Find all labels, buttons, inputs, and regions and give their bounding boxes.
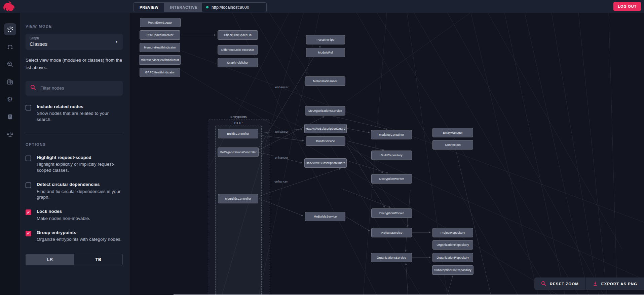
rail-item-gear[interactable]: ⚙ — [4, 93, 16, 105]
option-highlight-request-scoped: Highlight request-scopedHighlight explic… — [26, 155, 123, 173]
graph-node-projectsservice[interactable]: ProjectsService — [371, 228, 412, 237]
graph-select-value: Classes — [30, 41, 119, 47]
graph-node-meorganizationscontroller[interactable]: MeOrganizationsController — [218, 148, 259, 157]
reset-zoom-button[interactable]: RESET ZOOM — [534, 277, 585, 290]
graph-select-label: Graph — [30, 36, 119, 40]
option-include-related-nodes-description: Show nodes that are related to your sear… — [37, 110, 123, 123]
graph-node-memoryhealthindicator[interactable]: MemoryHealthIndicator — [140, 43, 180, 52]
download-icon — [593, 281, 598, 287]
chevron-down-icon: ▼ — [115, 40, 118, 43]
url-bar[interactable]: http://localhost:8000 — [202, 2, 267, 12]
option-highlight-request-scoped-text: Highlight request-scopedHighlight explic… — [37, 155, 123, 173]
graph-node-meorganizationsservice[interactable]: MeOrganizationsService — [305, 106, 345, 116]
graph-node-parseintpipe[interactable]: ParseIntPipe — [306, 35, 345, 44]
graph-node-entitymanager[interactable]: EntityManager — [432, 128, 473, 137]
search-insights-icon — [7, 61, 13, 68]
option-group-entrypoints-checkbox[interactable]: ✓ — [26, 231, 31, 236]
sidebar-panel: VIEW MODE Graph Classes ▼ Select view mo… — [20, 13, 130, 295]
search-icon — [30, 85, 36, 92]
reset-zoom-icon — [541, 281, 546, 287]
graph-node-grpchealthindicator[interactable]: GRPCHealthIndicator — [140, 68, 180, 77]
option-include-related-nodes-text: Include related nodesShow nodes that are… — [37, 104, 123, 123]
reset-zoom-label: RESET ZOOM — [550, 282, 579, 286]
graph-node-connection[interactable]: Connection — [432, 140, 473, 150]
export-png-label: EXPORT AS PNG — [601, 282, 637, 286]
scale-icon — [7, 131, 13, 138]
graph-mode-select[interactable]: Graph Classes ▼ — [26, 34, 123, 50]
view-mode-header: VIEW MODE — [26, 24, 123, 28]
logout-button[interactable]: LOG OUT — [613, 2, 641, 11]
status-dot-icon — [206, 6, 209, 8]
graph-node-metadatascanner[interactable]: MetadataScanner — [305, 76, 345, 86]
option-lock-nodes-description: Make nodes non-movable. — [37, 216, 90, 222]
export-png-button[interactable]: EXPORT AS PNG — [586, 277, 644, 290]
option-lock-nodes: ✓Lock nodesMake nodes non-movable. — [26, 208, 123, 221]
graph-node-prettyerrorlogger[interactable]: PrettyErrorLogger — [140, 18, 181, 27]
rail-item-organization[interactable] — [4, 76, 16, 88]
graph-node-buildsservice[interactable]: BuildsService — [306, 136, 345, 146]
option-highlight-request-scoped-description: Highlight explicitly or implicitly reque… — [37, 161, 123, 173]
rail-item-scale[interactable] — [4, 128, 16, 140]
option-highlight-request-scoped-checkbox[interactable] — [26, 156, 31, 161]
option-detect-circular-dependencies-description: Find and fix circular dependencies in yo… — [37, 189, 123, 201]
graph-node-diskhealthindicator[interactable]: DiskHealthIndicator — [140, 30, 180, 40]
edge-label-enhancer: enhancer — [274, 156, 289, 159]
graph-node-organizationsservice[interactable]: OrganizationsService — [371, 253, 412, 262]
edge-label-enhancer: enhancer — [274, 130, 290, 133]
tab-interactive[interactable]: INTERACTIVE — [164, 3, 203, 12]
graph-node-buildrepository[interactable]: BuildRepository — [371, 151, 412, 160]
sidebar-divider — [26, 134, 123, 134]
edge-label-enhancer: enhancer — [273, 179, 289, 183]
option-detect-circular-dependencies-checkbox[interactable] — [26, 183, 31, 188]
graph-node-organizationrepository[interactable]: OrganizationRepository — [432, 240, 473, 250]
graph-node-hasactivesubscriptionguard[interactable]: HasActiveSubscriptionGuard — [304, 158, 347, 168]
organization-icon — [7, 78, 13, 85]
graph-node-projectrepository[interactable]: ProjectRepository — [432, 228, 473, 237]
option-lock-nodes-text: Lock nodesMake nodes non-movable. — [37, 208, 90, 221]
option-lock-nodes-title: Lock nodes — [37, 208, 90, 215]
canvas-controls: RESET ZOOM EXPORT AS PNG — [534, 277, 644, 290]
option-include-related-nodes-title: Include related nodes — [37, 104, 123, 110]
graph-node-mebuildscontroller[interactable]: MeBuildsController — [218, 194, 258, 203]
graph-node-encryptionworker[interactable]: EncryptionWorker — [371, 208, 412, 218]
scatter-dots-icon — [7, 26, 13, 33]
options-header: OPTIONS — [26, 142, 123, 146]
option-group-entrypoints-description: Organize entrypoints with category nodes… — [37, 236, 121, 242]
graph-node-modulescontainer[interactable]: ModulesContainer — [371, 130, 412, 139]
graph-node-subscriptionslotrepository[interactable]: SubscriptionSlotRepository — [432, 265, 473, 275]
graph-node-graphpublisher[interactable]: GraphPublisher — [218, 58, 258, 67]
filter-nodes-input[interactable] — [40, 85, 118, 91]
graph-node-decryptionworker[interactable]: DecryptionWorker — [371, 174, 412, 184]
rail-item-route[interactable] — [4, 41, 16, 53]
graph-node-microservicehealthindicator[interactable]: MicroserviceHealthIndicator — [139, 55, 181, 65]
filter-field — [26, 81, 123, 96]
option-include-related-nodes: Include related nodesShow nodes that are… — [26, 104, 123, 123]
option-detect-circular-dependencies-text: Detect circular dependenciesFind and fix… — [37, 182, 123, 200]
graph-node-buildscontroller[interactable]: BuildsController — [218, 129, 258, 138]
option-group-entrypoints-title: Group entrypoints — [37, 230, 121, 236]
graph-node-organizationrepository[interactable]: OrganizationRepository — [432, 253, 473, 262]
url-text: http://localhost:8000 — [212, 5, 249, 10]
option-highlight-request-scoped-title: Highlight request-scoped — [37, 155, 123, 161]
option-group-entrypoints: ✓Group entrypointsOrganize entrypoints w… — [26, 230, 123, 242]
option-include-related-nodes-checkbox[interactable] — [26, 105, 31, 110]
route-icon — [7, 43, 13, 50]
icon-rail: ⚙ — [0, 13, 20, 295]
graph-node-hasactivesubscriptionguard[interactable]: HasActiveSubscriptionGuard — [304, 124, 347, 133]
layout-direction-toggle: LRTB — [26, 254, 123, 265]
graph-node-differencejobprocessor[interactable]: DifferenceJobProcessor — [218, 45, 258, 55]
tab-preview[interactable]: PREVIEW — [134, 3, 164, 12]
direction-lr-button[interactable]: LR — [26, 254, 74, 265]
graph-node-checkdiskspacelib[interactable]: CheckDiskSpaceLib — [218, 30, 258, 40]
rail-item-document[interactable] — [4, 111, 16, 123]
rail-item-scatter-dots[interactable] — [4, 23, 16, 35]
graph-node-moduleref[interactable]: ModuleRef — [306, 48, 345, 57]
page-bottom-border — [174, 294, 644, 295]
direction-tb-button[interactable]: TB — [74, 254, 122, 265]
option-lock-nodes-checkbox[interactable]: ✓ — [26, 209, 31, 215]
gear-icon: ⚙ — [7, 96, 13, 103]
graph-node-mebuildsservice[interactable]: MeBuildsService — [305, 212, 345, 221]
rail-item-search-insights[interactable] — [4, 58, 16, 70]
preview-mode-tabs: PREVIEWINTERACTIVE — [134, 2, 203, 12]
edge-label-enhancer: enhancer — [274, 85, 290, 89]
